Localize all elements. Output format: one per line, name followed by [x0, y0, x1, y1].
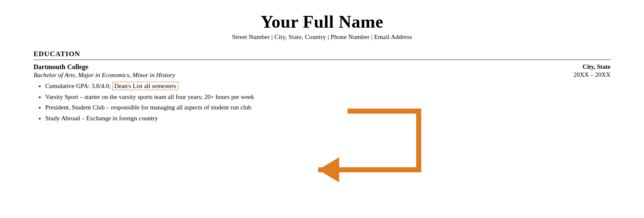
section-divider — [33, 60, 611, 60]
education-section-header: EDUCATION — [33, 50, 611, 60]
varsity-text: Varsity Sport – starter on the varsity s… — [45, 93, 254, 100]
gpa-prefix: Cumulative GPA: 3.8/4.0; — [45, 83, 112, 89]
bullet-gpa: Cumulative GPA: 3.8/4.0; Dean's List all… — [45, 81, 544, 91]
deans-list-highlight: Dean's List all semesters — [112, 82, 178, 90]
education-left: Dartmouth College Bachelor of Arts, Majo… — [33, 63, 544, 124]
bullet-study-abroad: Study Abroad – Exchange in foreign count… — [45, 114, 544, 123]
education-title: EDUCATION — [33, 50, 611, 58]
arrow-head — [318, 157, 339, 182]
bullet-list: Cumulative GPA: 3.8/4.0; Dean's List all… — [33, 81, 544, 123]
location-text: City, State — [544, 63, 611, 70]
resume-page: Your Full Name Street Number | City, Sta… — [0, 0, 644, 218]
degree-line: Bachelor of Arts, Major in Economics, Mi… — [33, 72, 544, 79]
education-right: City, State 20XX – 20XX — [544, 63, 611, 78]
president-text: President, Student Club – responsible fo… — [45, 104, 251, 111]
contact-line: Street Number | City, State, Country | P… — [33, 34, 611, 41]
bullet-varsity: Varsity Sport – starter on the varsity s… — [45, 92, 544, 102]
bullet-president: President, Student Club – responsible fo… — [45, 103, 544, 112]
date-text: 20XX – 20XX — [544, 71, 611, 78]
institution-name: Dartmouth College — [33, 63, 544, 71]
study-abroad-text: Study Abroad – Exchange in foreign count… — [45, 115, 158, 122]
resume-header: Your Full Name Street Number | City, Sta… — [33, 12, 611, 41]
education-row: Dartmouth College Bachelor of Arts, Majo… — [33, 63, 611, 124]
full-name-heading: Your Full Name — [33, 12, 611, 32]
